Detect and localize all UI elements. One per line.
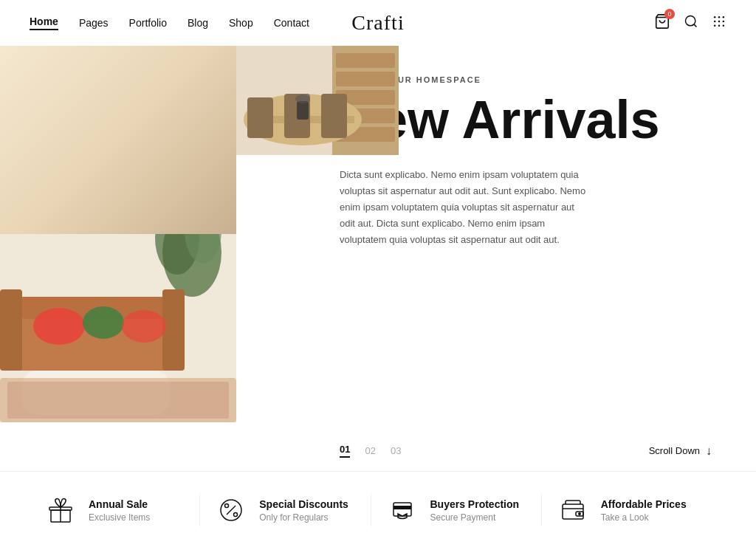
scroll-down-arrow-icon: ↓	[706, 444, 712, 458]
nav-pages[interactable]: Pages	[79, 17, 109, 29]
navbar: Home Pages Portfolio Blog Shop Contact C…	[0, 0, 756, 46]
nav-shop[interactable]: Shop	[229, 17, 253, 29]
svg-point-53	[295, 94, 310, 103]
svg-rect-39	[7, 382, 229, 419]
percent-icon	[215, 494, 247, 526]
cart-badge: 0	[664, 9, 675, 19]
nav-links: Home Pages Portfolio Blog Shop Contact	[30, 16, 309, 30]
svg-rect-26	[129, 90, 196, 179]
svg-point-34	[33, 308, 85, 345]
svg-point-59	[234, 513, 238, 517]
svg-rect-42	[336, 53, 395, 68]
site-logo[interactable]: Crafti	[351, 11, 404, 35]
svg-point-7	[718, 21, 721, 23]
feature-buyers-protection-text: Buyers Protection Secure Payment	[430, 498, 520, 523]
svg-point-1	[686, 16, 695, 26]
feature-special-discounts-title: Special Discounts	[259, 498, 348, 510]
svg-point-6	[714, 21, 716, 23]
scroll-down-button[interactable]: Scroll Down ↓	[649, 444, 712, 458]
scroll-down-label: Scroll Down	[649, 445, 700, 456]
cart-button[interactable]: 0	[654, 13, 670, 32]
svg-point-36	[122, 310, 166, 343]
svg-point-29	[185, 197, 221, 264]
svg-rect-22	[4, 150, 63, 156]
svg-point-9	[714, 25, 716, 27]
svg-point-3	[714, 16, 716, 18]
svg-rect-31	[0, 289, 22, 371]
nav-portfolio[interactable]: Portfolio	[129, 17, 167, 29]
nav-home[interactable]: Home	[30, 16, 58, 30]
slide-3[interactable]: 03	[391, 445, 401, 456]
svg-rect-16	[4, 97, 63, 103]
svg-point-35	[83, 306, 124, 339]
gift-icon	[44, 494, 77, 526]
feature-annual-sale-title: Annual Sale	[89, 498, 150, 510]
feature-special-discounts-subtitle: Only for Regulars	[259, 512, 348, 523]
slide-2[interactable]: 02	[365, 445, 375, 456]
svg-rect-43	[336, 72, 395, 86]
svg-point-10	[718, 25, 721, 27]
svg-line-2	[694, 24, 697, 27]
svg-rect-51	[321, 94, 347, 138]
hero-image-secondary-inner	[236, 46, 399, 155]
hero-image-main	[0, 46, 236, 422]
svg-rect-15	[4, 88, 63, 94]
svg-rect-17	[4, 106, 63, 111]
svg-rect-21	[4, 141, 63, 147]
svg-point-11	[723, 25, 725, 27]
feature-affordable-prices-text: Affordable Prices Take a Look	[601, 498, 687, 523]
svg-rect-24	[145, 46, 150, 61]
nav-contact[interactable]: Contact	[274, 17, 309, 29]
search-button[interactable]	[684, 14, 698, 32]
svg-point-5	[723, 16, 725, 18]
svg-rect-62	[394, 506, 411, 509]
svg-rect-19	[4, 123, 63, 129]
nav-actions: 0	[654, 13, 726, 32]
svg-rect-18	[4, 114, 63, 120]
feature-buyers-protection: Buyers Protection Secure Payment	[371, 494, 542, 526]
svg-point-25	[133, 58, 162, 66]
slide-numbers: 01 02 03	[295, 444, 401, 458]
svg-point-23	[139, 52, 157, 69]
feature-special-discounts-text: Special Discounts Only for Regulars	[259, 498, 348, 523]
svg-rect-52	[297, 101, 309, 120]
svg-rect-49	[247, 97, 273, 138]
shield-payment-icon	[386, 494, 419, 526]
svg-point-8	[723, 21, 725, 23]
svg-point-58	[225, 504, 229, 508]
nav-blog[interactable]: Blog	[188, 17, 208, 29]
svg-rect-14	[4, 79, 63, 85]
feature-affordable-prices: Affordable Prices Take a Look	[542, 494, 712, 526]
svg-rect-32	[162, 289, 185, 371]
feature-affordable-prices-subtitle: Take a Look	[601, 512, 687, 523]
feature-buyers-protection-subtitle: Secure Payment	[430, 512, 520, 523]
grid-menu-button[interactable]	[712, 14, 726, 32]
hero-description: Dicta sunt explicabo. Nemo enim ipsam vo…	[340, 167, 591, 248]
feature-annual-sale: Annual Sale Exclusive Items	[44, 494, 200, 526]
svg-rect-20	[4, 132, 63, 138]
feature-annual-sale-text: Annual Sale Exclusive Items	[89, 498, 150, 523]
svg-rect-13	[0, 75, 66, 223]
hero-images	[0, 46, 295, 471]
slide-1[interactable]: 01	[340, 444, 350, 458]
wallet-icon	[557, 494, 589, 526]
feature-affordable-prices-title: Affordable Prices	[601, 498, 687, 510]
hero-image-main-inner	[0, 46, 236, 422]
hero-controls: 01 02 03 Scroll Down ↓	[295, 430, 756, 471]
svg-point-66	[579, 513, 580, 515]
feature-special-discounts: Special Discounts Only for Regulars	[200, 494, 371, 526]
main-content: ENRICH YOUR HOMESPACE New Arrivals Dicta…	[0, 46, 756, 471]
svg-point-4	[718, 16, 721, 18]
feature-annual-sale-subtitle: Exclusive Items	[89, 512, 150, 523]
hero-image-secondary	[236, 46, 399, 155]
features-bar: Annual Sale Exclusive Items Special Disc…	[0, 471, 756, 549]
feature-buyers-protection-title: Buyers Protection	[430, 498, 520, 510]
